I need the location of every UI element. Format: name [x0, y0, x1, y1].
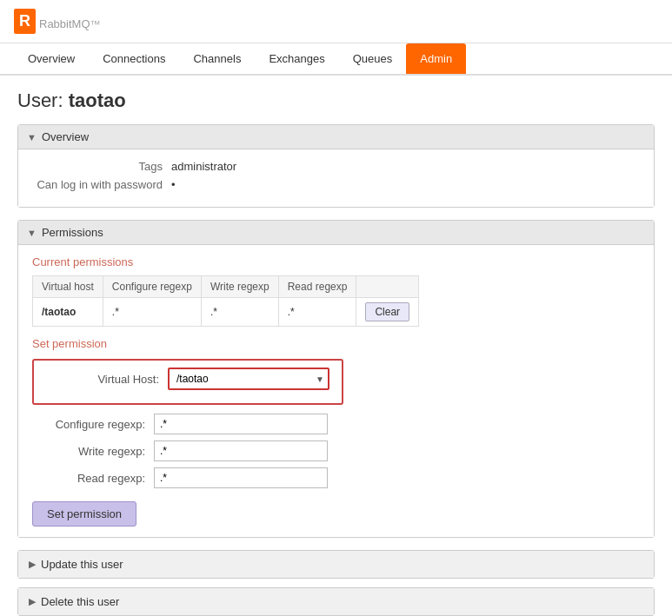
virtual-host-row: Virtual Host: /taotao / default ▼	[46, 368, 329, 390]
clear-button[interactable]: Clear	[365, 302, 409, 321]
col-read: Read regexp	[278, 276, 356, 298]
header: R RabbitMQ™	[0, 0, 672, 43]
read-regexp-label: Read regexp:	[32, 472, 154, 485]
logo-text: RabbitMQ™	[39, 10, 101, 33]
logo: R RabbitMQ™	[14, 9, 101, 34]
virtual-host-select[interactable]: /taotao / default	[173, 371, 312, 387]
row-vhost: /taotao	[33, 298, 103, 327]
delete-arrow-icon: ▶	[29, 596, 36, 607]
virtual-host-form-box: Virtual Host: /taotao / default ▼	[32, 359, 343, 405]
permissions-section-header[interactable]: ▼ Permissions	[18, 221, 654, 245]
set-permission-title: Set permission	[32, 337, 640, 350]
row-clear-cell: Clear	[356, 298, 419, 327]
set-permission-button-row: Set permission	[32, 494, 640, 527]
permissions-section-body: Current permissions Virtual host Configu…	[18, 245, 654, 537]
tags-label: Tags	[32, 160, 171, 173]
overview-section-title: Overview	[42, 130, 89, 143]
current-permissions-title: Current permissions	[32, 255, 640, 268]
overview-section-header[interactable]: ▼ Overview	[18, 125, 654, 149]
update-user-header[interactable]: ▶ Update this user	[18, 551, 654, 578]
update-arrow-icon: ▶	[29, 559, 36, 570]
page-title: User: taotao	[17, 89, 655, 112]
row-read: .*	[278, 298, 356, 327]
delete-user-section: ▶ Delete this user	[17, 587, 655, 616]
delete-user-title: Delete this user	[41, 595, 119, 608]
write-regexp-label: Write regexp:	[32, 445, 154, 458]
overview-section: ▼ Overview Tags administrator Can log in…	[17, 124, 655, 208]
select-arrow-icon: ▼	[316, 374, 324, 384]
overview-section-body: Tags administrator Can log in with passw…	[18, 149, 654, 207]
overview-arrow-icon: ▼	[27, 132, 37, 142]
configure-regexp-input[interactable]	[154, 414, 328, 434]
nav-queues[interactable]: Queues	[339, 43, 407, 74]
login-row: Can log in with password •	[32, 178, 640, 191]
virtual-host-select-wrap: /taotao / default ▼	[168, 368, 329, 390]
write-regexp-input[interactable]	[154, 440, 328, 461]
navigation: Overview Connections Channels Exchanges …	[0, 43, 672, 76]
permissions-arrow-icon: ▼	[27, 228, 37, 238]
delete-user-header[interactable]: ▶ Delete this user	[18, 588, 654, 615]
update-user-title: Update this user	[41, 558, 123, 571]
row-configure: .*	[103, 298, 201, 327]
tags-value: administrator	[171, 160, 236, 173]
nav-connections[interactable]: Connections	[89, 43, 179, 74]
read-regexp-row: Read regexp:	[32, 467, 640, 488]
set-permission-button[interactable]: Set permission	[32, 501, 136, 527]
col-actions	[356, 276, 419, 298]
login-label: Can log in with password	[32, 178, 171, 191]
permissions-table: Virtual host Configure regexp Write rege…	[32, 275, 419, 327]
nav-exchanges[interactable]: Exchanges	[255, 43, 338, 74]
nav-overview[interactable]: Overview	[14, 43, 89, 74]
col-configure: Configure regexp	[103, 276, 201, 298]
virtual-host-label: Virtual Host:	[46, 373, 168, 386]
write-regexp-row: Write regexp:	[32, 440, 640, 461]
configure-regexp-row: Configure regexp:	[32, 414, 640, 434]
logo-icon: R	[14, 9, 36, 34]
col-write: Write regexp	[201, 276, 278, 298]
permissions-section: ▼ Permissions Current permissions Virtua…	[17, 220, 655, 538]
row-write: .*	[201, 298, 278, 327]
nav-admin[interactable]: Admin	[406, 43, 466, 74]
nav-channels[interactable]: Channels	[179, 43, 255, 74]
tags-row: Tags administrator	[32, 160, 640, 173]
col-vhost: Virtual host	[33, 276, 103, 298]
read-regexp-input[interactable]	[154, 467, 328, 488]
update-user-section: ▶ Update this user	[17, 550, 655, 579]
login-value: •	[171, 178, 176, 191]
permissions-section-title: Permissions	[42, 226, 103, 239]
configure-regexp-label: Configure regexp:	[32, 418, 154, 431]
page-content: User: taotao ▼ Overview Tags administrat…	[0, 76, 672, 616]
table-row: /taotao .* .* .* Clear	[33, 298, 419, 327]
